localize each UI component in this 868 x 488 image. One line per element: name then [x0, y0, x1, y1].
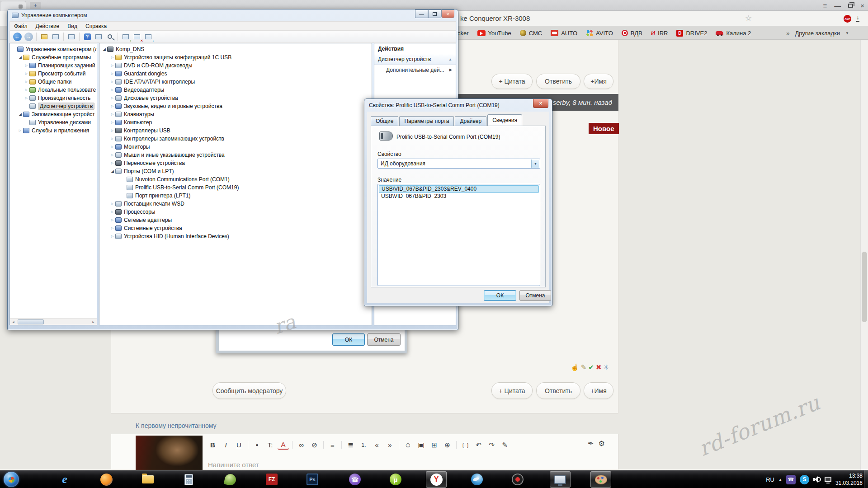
quote-button-bottom[interactable]: + Цитата [491, 382, 533, 399]
reply-button-top[interactable]: Ответить [536, 74, 580, 89]
device-category[interactable]: ▷Переносные устройства [99, 159, 372, 167]
bookmark-drive2[interactable]: DDRIVE2 [676, 30, 707, 37]
tree-item-performance[interactable]: ▷Производительность [10, 94, 97, 102]
taskbar-firefox[interactable] [96, 471, 117, 488]
device-category[interactable]: ▷Дисковые устройства [99, 94, 372, 102]
menu-action[interactable]: Действие [32, 23, 64, 29]
insert-page-button[interactable]: ▢ [460, 439, 471, 450]
update-driver-icon[interactable]: ↑ [121, 32, 131, 42]
scrollbar-thumb[interactable] [18, 319, 44, 324]
taskbar-paint[interactable] [590, 471, 611, 488]
indent-button[interactable]: » [384, 439, 396, 450]
network-icon[interactable] [825, 477, 831, 482]
bookmark-cmc[interactable]: СМС [520, 30, 542, 37]
bookmark-cker[interactable]: cker [458, 30, 469, 37]
value-listbox[interactable]: USB\VID_067B&PID_2303&REV_0400 USB\VID_0… [377, 184, 540, 286]
chevron-down-icon[interactable]: ▼ [531, 160, 539, 168]
quote-button-top[interactable]: + Цитата [491, 74, 533, 89]
expander-icon[interactable]: ▷ [109, 218, 115, 222]
help-icon[interactable]: ? [82, 32, 92, 42]
expander-icon[interactable]: ▷ [24, 80, 29, 84]
expander-icon[interactable]: ▷ [109, 202, 115, 206]
expander-icon[interactable]: ▷ [109, 113, 115, 116]
window-list-icon[interactable] [94, 32, 104, 42]
actions-more[interactable]: Дополнительные дей...▶ [374, 65, 456, 75]
outdent-button[interactable]: « [371, 439, 382, 450]
tray-skype-icon[interactable]: S [800, 475, 809, 484]
bullet-list-button[interactable]: ≣ [345, 439, 356, 450]
expander-icon[interactable]: ▷ [109, 80, 115, 84]
scan-hardware-icon[interactable]: ↓ [143, 32, 153, 42]
expander-icon[interactable]: ▷ [24, 96, 29, 100]
cm-minimize-button[interactable]: — [415, 9, 428, 18]
page-scrollbar[interactable] [860, 40, 868, 470]
value-item-selected[interactable]: USB\VID_067B&PID_2303&REV_0400 [379, 185, 539, 193]
award-flower-icon[interactable]: ✳ [603, 363, 609, 371]
taskbar-filezilla[interactable]: FZ [261, 471, 282, 488]
bold-button[interactable]: B [207, 439, 218, 450]
settings-wrench-icon[interactable]: ⚙ [598, 439, 604, 448]
insert-link-button[interactable]: ∞ [296, 439, 307, 450]
device-category[interactable]: ▷Клавиатуры [99, 110, 372, 118]
bookmark-kalina2[interactable]: Калина 2 [716, 30, 751, 37]
menu-file[interactable]: Файл [10, 23, 32, 29]
value-item[interactable]: USB\VID_067B&PID_2303 [379, 193, 539, 201]
device-category[interactable]: ▷Процессоры [99, 208, 372, 216]
expander-icon[interactable]: ◢ [109, 169, 115, 174]
bookmark-auto[interactable]: AUTO [551, 30, 577, 37]
device-category[interactable]: ▷Звуковые, видео и игровые устройства [99, 102, 372, 110]
taskbar-calculator[interactable] [178, 471, 199, 488]
menu-help[interactable]: Справка [81, 23, 111, 29]
tree-item-device-manager[interactable]: Диспетчер устройств [10, 102, 97, 110]
expander-icon[interactable]: ▷ [109, 64, 115, 67]
tree-item-services[interactable]: ▷Службы и приложения [10, 127, 97, 135]
device-category[interactable]: ▷DVD и CD-ROM дисководы [99, 61, 372, 70]
new-tab-button[interactable]: + [30, 2, 41, 9]
tray-expand-icon[interactable]: ▲ [778, 478, 782, 482]
tree-item-task-scheduler[interactable]: ▷Планировщик заданий [10, 61, 97, 70]
device-category[interactable]: ▷Устройство защиты конфигураций 1C USB [99, 53, 372, 61]
text-color-button[interactable]: ● [251, 439, 263, 450]
bookmark-avito[interactable]: AVITO [586, 29, 613, 37]
dialog-close-button[interactable]: × [533, 99, 548, 108]
taskbar-yandex-browser[interactable]: Y [426, 471, 447, 488]
tray-clock[interactable]: 13:38 31.03.2016 [835, 472, 863, 487]
browser-menu-icon[interactable]: ≡ [823, 2, 827, 9]
back-icon[interactable]: ← [13, 33, 22, 41]
expander-icon[interactable]: ▷ [109, 235, 115, 238]
bookmark-youtube[interactable]: YouTube [477, 30, 511, 37]
emoji-button[interactable]: ☺ [402, 439, 414, 450]
expander-icon[interactable]: ▷ [24, 88, 29, 92]
bookmark-irr[interactable]: ИIRR [651, 30, 668, 37]
font-size-button[interactable]: T: [264, 439, 276, 450]
reject-cross-icon[interactable]: ✖ [596, 363, 602, 371]
scroll-right-icon[interactable]: ► [90, 319, 97, 325]
menu-view[interactable]: Вид [63, 23, 81, 29]
expander-icon[interactable]: ▷ [109, 153, 115, 157]
tree-item-shared-folders[interactable]: ▷Общие папки [10, 78, 97, 86]
browser-restore-button[interactable] [848, 4, 853, 8]
bookmarks-overflow-icon[interactable]: » [786, 30, 789, 37]
approve-check-icon[interactable]: ✔ [588, 363, 594, 371]
insert-table-button[interactable]: ⊞ [429, 439, 440, 450]
cm-title-bar[interactable]: Управление компьютером [8, 9, 458, 21]
cm-close-button[interactable]: × [441, 9, 454, 18]
expander-icon[interactable]: ▷ [109, 121, 115, 124]
browser-close-button[interactable]: × [860, 2, 864, 9]
numbered-list-button[interactable]: 1. [358, 439, 369, 450]
expander-icon[interactable]: ▷ [109, 72, 115, 75]
expander-icon[interactable]: ▷ [109, 210, 115, 214]
msgbox-cancel-button[interactable]: Отмена [367, 333, 401, 346]
pencil-note-icon[interactable]: ✎ [581, 363, 587, 371]
tree-item-local-users[interactable]: ▷Локальные пользовате [10, 86, 97, 94]
dialog-cancel-button[interactable]: Отмена [519, 290, 551, 301]
expander-icon[interactable]: ▷ [109, 137, 115, 141]
expander-icon[interactable]: ◢ [17, 55, 23, 60]
device-category[interactable]: ▷Системные устройства [99, 224, 372, 232]
expander-icon[interactable]: ▷ [24, 64, 29, 67]
taskbar-computer-management[interactable] [550, 471, 571, 488]
device-category-ports[interactable]: ◢Порты (COM и LPT) [99, 167, 372, 175]
device-category[interactable]: ▷Контроллеры запоминающих устройств [99, 135, 372, 143]
taskbar-photoshop[interactable]: Ps [302, 471, 323, 488]
expander-icon[interactable]: ▷ [109, 161, 115, 165]
